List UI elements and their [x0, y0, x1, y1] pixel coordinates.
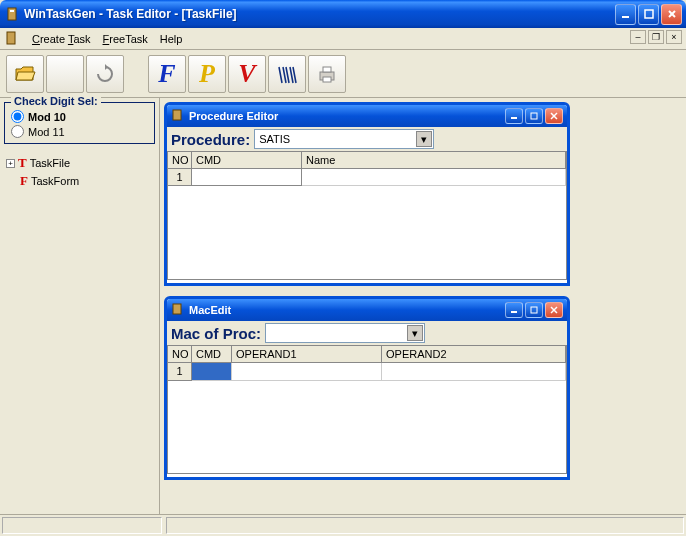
procedure-editor-titlebar[interactable]: Procedure Editor — [167, 105, 567, 127]
window-icon — [171, 303, 185, 317]
toolbar: F P V — [0, 50, 686, 98]
script-v-button[interactable]: V — [228, 55, 266, 93]
svg-rect-16 — [511, 117, 517, 119]
row-number: 1 — [168, 169, 192, 186]
tree-label: TaskForm — [31, 175, 79, 187]
procedure-select[interactable]: SATIS ▾ — [254, 129, 434, 149]
procedure-label: Procedure: — [171, 131, 250, 148]
svg-rect-21 — [511, 311, 517, 313]
mdi-minimize-button[interactable]: – — [630, 30, 646, 44]
svg-rect-22 — [531, 307, 537, 313]
mac-grid-row[interactable]: 1 — [168, 363, 566, 381]
radio-mod10[interactable]: Mod 10 — [11, 109, 148, 124]
chevron-down-icon: ▾ — [416, 131, 432, 147]
main-titlebar: WinTaskGen - Task Editor - [TaskFile] — [0, 0, 686, 28]
proc-grid-row[interactable]: 1 — [168, 169, 566, 186]
tree-item-taskfile[interactable]: + T TaskFile — [6, 154, 153, 172]
letter-f-icon: F — [20, 173, 28, 189]
toolbar-blank-1[interactable] — [46, 55, 84, 93]
procedure-editor-window: Procedure Editor Procedure: SATIS ▾ — [164, 102, 570, 286]
svg-rect-15 — [173, 110, 181, 120]
refresh-icon — [95, 64, 115, 84]
procedure-select-value: SATIS — [259, 133, 290, 145]
tree-item-taskform[interactable]: F TaskForm — [6, 172, 153, 190]
menu-help[interactable]: Help — [154, 31, 189, 47]
check-digit-title: Check Digit Sel: — [11, 95, 101, 107]
window-icon — [171, 109, 185, 123]
barcode-button[interactable] — [268, 55, 306, 93]
app-icon — [4, 6, 20, 22]
svg-line-10 — [290, 67, 293, 83]
svg-rect-1 — [10, 10, 14, 12]
statusbar — [0, 514, 686, 536]
proc-maximize-button[interactable] — [525, 108, 543, 124]
cell-op2[interactable] — [382, 363, 566, 381]
window-title: WinTaskGen - Task Editor - [TaskFile] — [24, 7, 615, 21]
col-cmd: CMD — [192, 152, 302, 169]
mac-grid[interactable]: NO CMD OPERAND1 OPERAND2 1 — [167, 345, 567, 474]
row-number: 1 — [168, 363, 192, 381]
cell-cmd[interactable] — [192, 169, 302, 186]
printer-icon — [316, 63, 338, 85]
mac-maximize-button[interactable] — [525, 302, 543, 318]
procedure-grid[interactable]: NO CMD Name 1 — [167, 151, 567, 280]
svg-line-7 — [279, 67, 282, 83]
close-button[interactable] — [661, 4, 682, 25]
mac-close-button[interactable] — [545, 302, 563, 318]
col-no: NO — [168, 346, 192, 363]
script-p-icon: P — [199, 59, 215, 89]
folder-open-icon — [13, 62, 37, 86]
mdi-restore-button[interactable]: ❐ — [648, 30, 664, 44]
minimize-button[interactable] — [615, 4, 636, 25]
macedit-window: MacEdit Mac of Proc: ▾ NO — [164, 296, 570, 480]
mac-proc-select[interactable]: ▾ — [265, 323, 425, 343]
mac-minimize-button[interactable] — [505, 302, 523, 318]
script-f-button[interactable]: F — [148, 55, 186, 93]
mdi-close-button[interactable]: × — [666, 30, 682, 44]
status-pane-2 — [166, 517, 684, 534]
check-digit-group: Check Digit Sel: Mod 10 Mod 11 — [4, 102, 155, 144]
script-v-icon: V — [238, 59, 255, 89]
script-f-icon: F — [158, 59, 175, 89]
svg-rect-20 — [173, 304, 181, 314]
cell-name[interactable] — [302, 169, 566, 186]
script-p-button[interactable]: P — [188, 55, 226, 93]
menu-free-task[interactable]: FreeTask — [97, 31, 154, 47]
macedit-title: MacEdit — [189, 304, 505, 316]
svg-rect-2 — [622, 16, 629, 18]
svg-line-9 — [286, 67, 289, 83]
cell-op1[interactable] — [232, 363, 382, 381]
print-button[interactable] — [308, 55, 346, 93]
radio-mod10-label: Mod 10 — [28, 111, 66, 123]
svg-rect-17 — [531, 113, 537, 119]
procedure-editor-title: Procedure Editor — [189, 110, 505, 122]
radio-mod10-input[interactable] — [11, 110, 24, 123]
tree-expand-icon[interactable]: + — [6, 159, 15, 168]
refresh-button[interactable] — [86, 55, 124, 93]
proc-close-button[interactable] — [545, 108, 563, 124]
letter-t-icon: T — [18, 155, 27, 171]
chevron-down-icon: ▾ — [407, 325, 423, 341]
svg-rect-13 — [323, 67, 331, 72]
cell-cmd-selected[interactable] — [192, 363, 232, 381]
tree-view: + T TaskFile F TaskForm — [4, 152, 155, 192]
macedit-titlebar[interactable]: MacEdit — [167, 299, 567, 321]
col-no: NO — [168, 152, 192, 169]
col-operand2: OPERAND2 — [382, 346, 566, 363]
radio-mod11-input[interactable] — [11, 125, 24, 138]
barcode-icon — [276, 63, 298, 85]
tree-label: TaskFile — [30, 157, 70, 169]
svg-rect-3 — [645, 10, 653, 18]
proc-minimize-button[interactable] — [505, 108, 523, 124]
mac-of-proc-label: Mac of Proc: — [171, 325, 261, 342]
mdi-area: Procedure Editor Procedure: SATIS ▾ — [160, 98, 686, 514]
menu-create-task[interactable]: Create Task — [26, 31, 97, 47]
col-name: Name — [302, 152, 566, 169]
maximize-button[interactable] — [638, 4, 659, 25]
svg-rect-14 — [323, 77, 331, 82]
open-button[interactable] — [6, 55, 44, 93]
svg-line-8 — [283, 67, 286, 83]
menu-app-icon — [4, 31, 20, 47]
left-panel: Check Digit Sel: Mod 10 Mod 11 + T TaskF… — [0, 98, 160, 514]
radio-mod11[interactable]: Mod 11 — [11, 124, 148, 139]
